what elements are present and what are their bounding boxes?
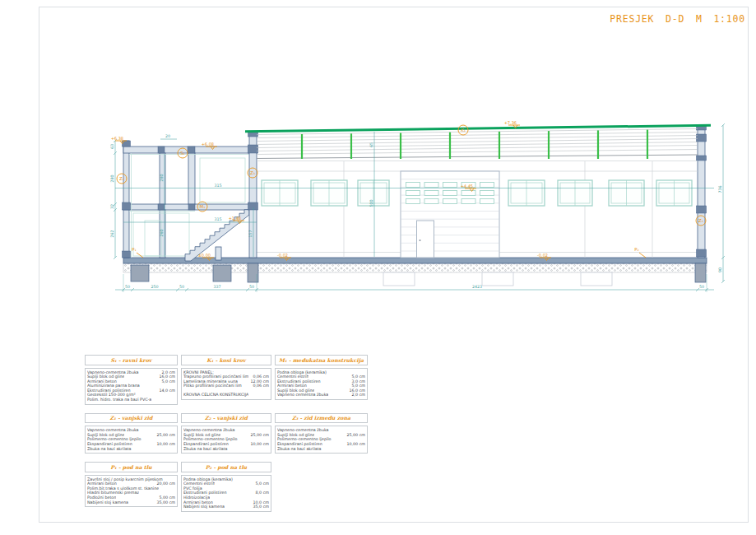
sectional-door bbox=[401, 171, 499, 258]
roof-posts bbox=[302, 130, 647, 159]
legend-table: S₁ - ravni krov Vapneno-cementna žbuka 2… bbox=[85, 355, 178, 405]
legend-table: Z₂ - vanjski zid Vapneno-cementna žbuka … bbox=[181, 413, 271, 454]
legend-table: Z₁ - vanjski zid Vapneno-cementna žbuka … bbox=[85, 413, 178, 454]
legend-table-body: Završni sloj / posip kvarcnim pijeskom A… bbox=[85, 475, 178, 508]
layer-thickness: 25,00 cm bbox=[156, 433, 175, 438]
layer-thickness: 10,00 cm bbox=[156, 442, 175, 447]
layer-thickness: 25,00 cm bbox=[346, 433, 365, 438]
layer-name: Polim. hidro. traka na bazi PVC-a bbox=[87, 398, 151, 402]
layer-thickness: 35,0 cm bbox=[253, 505, 269, 509]
layer-name: Žbuka na bazi akrilata bbox=[87, 447, 132, 452]
marker-p2: P₂ bbox=[634, 247, 638, 252]
legend-table-body: Vapneno-cementna žbuka Šuplji blok od gl… bbox=[85, 426, 178, 454]
legend-table-body: Vapneno-cementna žbuka 2,0 cm Šuplji blo… bbox=[85, 368, 178, 405]
legend-table: M₁ - međukatna konstrukcija Podna obloga… bbox=[275, 355, 368, 400]
layer-name: Žbuka na bazi akrilata bbox=[183, 447, 228, 452]
dim-label: 32 bbox=[110, 204, 114, 209]
annex-structure bbox=[123, 141, 258, 258]
layer-thickness: 20,00 cm bbox=[156, 482, 175, 486]
legend-table: K₁ - kosi krov KROVNI PANEL: Trapezno pr… bbox=[181, 355, 271, 400]
layer-name: Nabijeni sloj kamena bbox=[183, 505, 225, 509]
layer-thickness: 0,06 cm bbox=[253, 384, 269, 388]
legend-table-body: Podna obloga (keramika) Cementni estrih … bbox=[181, 475, 271, 512]
layer-name: Nabijeni sloj kamena bbox=[87, 500, 128, 505]
legend-row: KROVNA ČELIČNA KONSTRUKCIJA bbox=[183, 393, 269, 398]
dim-label: 315 bbox=[214, 217, 221, 221]
legend-row: Žbuka na bazi akrilata bbox=[87, 447, 175, 452]
hall-roof bbox=[245, 125, 711, 160]
dim-label: 50 bbox=[699, 285, 704, 289]
level-label: ±0,00 bbox=[198, 253, 211, 258]
dim-label: 50 bbox=[179, 285, 184, 289]
level-label: -0,02 bbox=[537, 253, 548, 258]
wicket-door bbox=[417, 221, 434, 258]
legend-table-body: Vapneno-cementna žbuka Šuplji blok od gl… bbox=[275, 426, 368, 454]
door-window-grid bbox=[406, 183, 494, 204]
layer-name: Žbuka na bazi akrilata bbox=[277, 447, 322, 452]
legend-tables: S₁ - ravni krov Vapneno-cementna žbuka 2… bbox=[85, 355, 368, 512]
layer-thickness: 14,0 cm bbox=[159, 388, 175, 393]
legend-table-body: KROVNI PANEL: Trapezno profilirani pocin… bbox=[181, 368, 271, 401]
legend-table-body: Vapneno-cementna žbuka Šuplji blok od gl… bbox=[181, 426, 271, 454]
legend-table: P₁ - pod na tlu Završni sloj / posip kva… bbox=[85, 462, 178, 507]
legend-table-title: P₂ - pod na tlu bbox=[181, 462, 271, 472]
level-label: +6,38 bbox=[111, 136, 123, 141]
dim-label: 262 bbox=[110, 230, 114, 237]
dim-label: 90 bbox=[718, 268, 722, 272]
layer-thickness: 10,00 cm bbox=[250, 442, 269, 447]
layer-name: KROVNA ČELIČNA KONSTRUKCIJA bbox=[183, 393, 248, 398]
layer-thickness: 35,00 cm bbox=[156, 500, 175, 505]
layer-thickness: 5,0 cm bbox=[256, 482, 269, 486]
legend-table-body: Podna obloga (keramika) Cementni estrih … bbox=[275, 368, 368, 401]
marker-s1: S₁ bbox=[180, 151, 185, 156]
layer-thickness: 10,00 cm bbox=[346, 442, 365, 447]
legend-row: Vapneno cementna žbuka 2,0 cm bbox=[277, 393, 365, 398]
dim-label: 250 bbox=[151, 285, 158, 289]
legend-table: P₂ - pod na tlu Podna obloga (keramika) … bbox=[181, 462, 271, 512]
legend-row: Plitko profilirani pocinčani lim 0,06 cm bbox=[183, 384, 269, 388]
legend-table-title: Z₁ - vanjski zid bbox=[85, 413, 178, 424]
level-label: -0,02 bbox=[277, 253, 288, 258]
roof-panel-line bbox=[245, 125, 711, 131]
legend-row: Nabijeni sloj kamena 35,0 cm bbox=[183, 505, 269, 509]
marker-z1: Z₁ bbox=[698, 218, 703, 223]
dim-label: 50 bbox=[125, 285, 130, 289]
dim-label: 315 bbox=[214, 184, 221, 188]
legend-row: Polim. hidro. traka na bazi PVC-a bbox=[87, 398, 175, 402]
dim-label: 50 bbox=[249, 285, 254, 289]
level-label: +4,45 bbox=[461, 184, 473, 188]
legend-table-title: M₁ - međukatna konstrukcija bbox=[275, 355, 368, 365]
legend-table-title: Z₂ - vanjski zid bbox=[181, 413, 271, 424]
marker-z2: Z₂ bbox=[119, 176, 124, 181]
layer-name: Vapneno cementna žbuka bbox=[277, 393, 328, 398]
dim-label: 20 bbox=[165, 134, 170, 138]
legend-row: Žbuka na bazi akrilata bbox=[183, 447, 269, 452]
marker-z3: Z₃ bbox=[250, 170, 255, 175]
door-knob bbox=[420, 240, 421, 241]
dim-label: 65 bbox=[369, 142, 373, 147]
legend-table-title: S₁ - ravni krov bbox=[85, 355, 178, 365]
layer-thickness: 25,00 cm bbox=[250, 433, 269, 438]
legend-table-title: P₁ - pod na tlu bbox=[85, 462, 178, 472]
level-label: +1,48 bbox=[229, 216, 241, 221]
dim-label: 736 bbox=[718, 185, 722, 193]
level-label: +6,08 bbox=[202, 142, 214, 147]
legend-table: Z₃ - zid između zona Vapneno-cementna žb… bbox=[275, 413, 368, 454]
marker-p1: P₁ bbox=[132, 247, 136, 252]
dim-label: 2423 bbox=[472, 285, 482, 289]
legend-row: Nabijeni sloj kamena 35,00 cm bbox=[87, 500, 175, 505]
dim-label: 280 bbox=[160, 174, 164, 181]
dim-label: 280 bbox=[110, 174, 114, 182]
dim-label: 337 bbox=[213, 285, 220, 289]
layer-thickness: 8,0 cm bbox=[256, 491, 269, 495]
dim-label: 63 bbox=[110, 144, 114, 149]
marker-m1: M₁ bbox=[200, 204, 206, 209]
dim-label: 260 bbox=[160, 229, 164, 236]
marker-k1: K₁ bbox=[461, 128, 466, 133]
cad-sheet-view: { "page": { "title": "PRESJEK D-D M 1:10… bbox=[0, 0, 756, 535]
legend-table-title: K₁ - kosi krov bbox=[181, 355, 271, 365]
level-label: +7,36 bbox=[504, 120, 517, 125]
layer-thickness: 5,0 cm bbox=[162, 379, 175, 384]
legend-table-title: Z₃ - zid između zona bbox=[275, 413, 368, 424]
layer-thickness: 2,0 cm bbox=[352, 393, 365, 398]
